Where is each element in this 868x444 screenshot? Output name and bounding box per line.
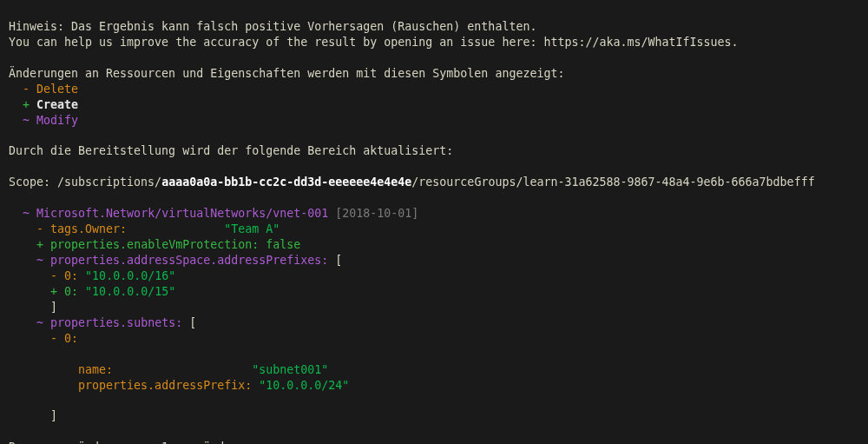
subnet-del-idx: 0:: [64, 332, 78, 345]
scope-suffix: /resourceGroups/learn-31a62588-9867-48a4…: [411, 176, 814, 189]
summary-line: Ressourcenänderungen: 1 zum ändern.: [9, 441, 252, 444]
resource-modify-sym: ~: [23, 207, 30, 220]
mod-sym-2: ~: [36, 316, 43, 329]
legend-intro: Änderungen an Ressourcen und Eigenschaft…: [9, 67, 564, 80]
subnets-open: [: [189, 316, 196, 329]
legend-delete-label: Delete: [36, 83, 78, 96]
del-sym: -: [36, 222, 43, 235]
addr-add-sym: +: [50, 285, 57, 298]
subnets-key: properties.subnets:: [50, 316, 182, 329]
addr-del-val: "10.0.0.0/16": [85, 269, 175, 282]
legend-delete-sym: -: [23, 83, 30, 96]
enable-vm-key: properties.enableVmProtection:: [50, 238, 259, 251]
deploy-intro: Durch die Bereitstellung wird der folgen…: [9, 144, 453, 157]
addr-del-idx: 0:: [64, 269, 78, 282]
addr-add-val: "10.0.0.0/15": [85, 285, 175, 298]
subnets-close: ]: [50, 409, 57, 422]
hint-line-1: Hinweis: Das Ergebnis kann falsch positi…: [9, 20, 536, 33]
subnet-prefix-key: properties.addressPrefix:: [78, 379, 252, 392]
addr-close: ]: [50, 301, 57, 314]
add-sym: +: [36, 238, 43, 251]
scope-prefix: Scope: /subscriptions/: [9, 176, 161, 189]
tags-owner-val: "Team A": [224, 222, 279, 235]
enable-vm-val: false: [266, 238, 300, 251]
subnet-name-key: name:: [78, 363, 113, 376]
tags-owner-key: tags.Owner:: [50, 222, 127, 235]
hint-link[interactable]: https://aka.ms/WhatIfIssues: [543, 36, 731, 49]
legend-create-sym: +: [23, 98, 30, 111]
addr-prefixes-key: properties.addressSpace.addressPrefixes:: [50, 254, 328, 267]
terminal-output: Hinweis: Das Ergebnis kann falsch positi…: [0, 0, 868, 444]
scope-guid: aaaa0a0a-bb1b-cc2c-dd3d-eeeeee4e4e4e: [161, 176, 411, 189]
subnet-name-val: "subnet001": [252, 363, 328, 376]
addr-add-idx: 0:: [64, 285, 78, 298]
mod-sym: ~: [36, 254, 43, 267]
addr-del-sym: -: [50, 269, 57, 282]
resource-type: Microsoft.Network/virtualNetworks/vnet-0…: [36, 207, 328, 220]
legend-modify-label: Modify: [36, 114, 78, 127]
hint-line-2c: .: [732, 36, 739, 49]
addr-open: [: [335, 254, 342, 267]
legend-create-label: Create: [36, 98, 78, 111]
resource-api-date: [2018-10-01]: [335, 207, 418, 220]
subnet-del-sym: -: [50, 332, 57, 345]
hint-line-2a: You can help us improve the accuracy of …: [9, 36, 543, 49]
subnet-prefix-val: "10.0.0.0/24": [259, 379, 349, 392]
legend-modify-sym: ~: [23, 114, 30, 127]
